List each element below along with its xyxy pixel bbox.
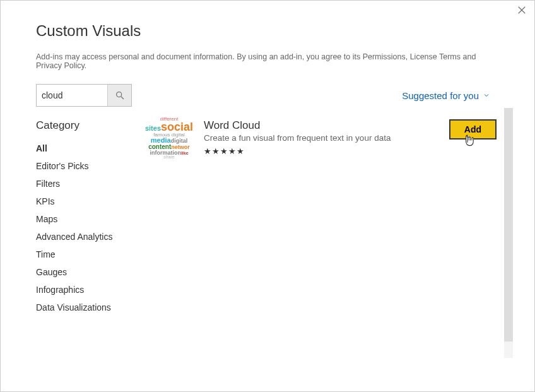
dialog-title: Custom Visuals	[36, 22, 503, 40]
category-header: Category	[36, 119, 131, 132]
close-button[interactable]	[517, 6, 527, 16]
result-item[interactable]: different sitessocial famous digital med…	[144, 119, 497, 157]
svg-point-2	[116, 92, 121, 97]
category-item-gauges[interactable]: Gauges	[36, 263, 131, 281]
add-button[interactable]: Add	[449, 119, 497, 140]
search-input[interactable]	[37, 85, 107, 106]
chevron-down-icon	[483, 92, 490, 99]
result-thumbnail: different sitessocial famous digital med…	[144, 119, 194, 157]
search-button[interactable]	[107, 85, 131, 106]
result-rating: ★★★★★	[204, 146, 439, 156]
results-panel: different sitessocial famous digital med…	[144, 119, 503, 316]
category-list: All Editor's Picks Filters KPIs Maps Adv…	[36, 140, 131, 316]
scrollbar-thumb[interactable]	[504, 108, 513, 342]
search-icon	[115, 90, 125, 100]
category-item-filters[interactable]: Filters	[36, 175, 131, 193]
category-sidebar: Category All Editor's Picks Filters KPIs…	[36, 119, 131, 316]
category-item-kpis[interactable]: KPIs	[36, 193, 131, 210]
category-item-time[interactable]: Time	[36, 246, 131, 263]
category-item-data-visualizations[interactable]: Data Visualizations	[36, 299, 131, 316]
category-item-editors-picks[interactable]: Editor's Picks	[36, 157, 131, 175]
result-info: Word Cloud Create a fun visual from freq…	[204, 119, 439, 156]
category-item-maps[interactable]: Maps	[36, 210, 131, 228]
result-title: Word Cloud	[204, 119, 439, 132]
scrollbar[interactable]	[504, 108, 513, 358]
suggested-for-you-link[interactable]: Suggested for you	[402, 90, 490, 101]
category-item-infographics[interactable]: Infographics	[36, 281, 131, 299]
search-box	[36, 84, 132, 107]
result-description: Create a fun visual from frequent text i…	[204, 133, 439, 143]
svg-line-3	[121, 97, 124, 99]
disclaimer-text: Add-ins may access personal and document…	[36, 52, 503, 70]
category-item-advanced-analytics[interactable]: Advanced Analytics	[36, 228, 131, 246]
suggested-label: Suggested for you	[402, 90, 479, 101]
category-item-all[interactable]: All	[36, 140, 131, 157]
